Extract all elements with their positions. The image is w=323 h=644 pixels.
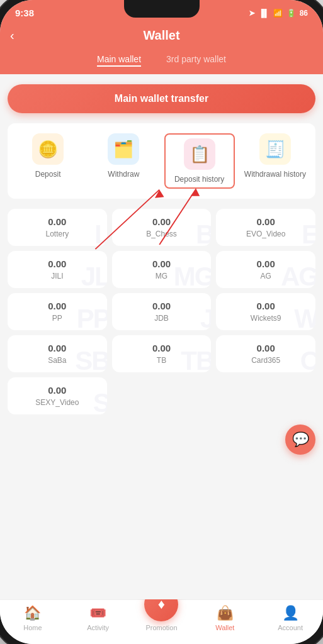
nav-promotion[interactable]: ♦ Promotion [144,605,178,631]
chat-button[interactable]: 💬 [285,425,315,455]
wallet-card-mg[interactable]: MG 0.00 MG [112,251,212,288]
card365-label: Card365 [251,356,280,365]
sexy-video-label: SEXY_Video [35,398,79,407]
promotion-label: Promotion [145,624,177,631]
jili-label: JILI [51,272,63,280]
evo-video-amount: 0.00 [257,216,275,227]
mg-amount: 0.00 [152,258,171,269]
ag-label: AG [260,272,271,280]
wallet-card-jdb[interactable]: J 0.00 JDB [112,293,212,330]
ag-amount: 0.00 [257,258,275,269]
home-icon: 🏠 [24,605,41,621]
header: ‹ Wallet [0,22,323,52]
phone-frame: 9:38 ➤ ▐▌ 📶 🔋 86 ‹ Wallet Main wallet 3r… [0,0,323,644]
withdrawal-history-icon: 🧾 [259,133,291,165]
wickets9-amount: 0.00 [257,301,275,311]
wallet-card-jili[interactable]: JL 0.00 JILI [8,251,107,288]
wallet-card-evo-video[interactable]: E 0.00 EVO_Video [216,209,315,246]
wickets9-label: Wickets9 [251,314,281,323]
chess-label: B_Chess [146,230,177,238]
jili-amount: 0.00 [48,258,66,269]
tb-label: TB [157,356,166,365]
deposit-action[interactable]: 🪙 Deposit [13,133,83,189]
page-title: Wallet [143,28,179,43]
wifi-icon: 📶 [273,9,283,18]
pp-label: PP [52,314,62,323]
wallet-card-pp[interactable]: PP 0.00 PP [8,293,107,330]
action-grid: 🪙 Deposit 🗂️ Withdraw 📋 Deposit history … [8,123,315,199]
sexy-video-amount: 0.00 [48,385,66,396]
withdraw-action[interactable]: 🗂️ Withdraw [88,133,159,189]
evo-video-label: EVO_Video [246,230,286,238]
nav-wallet[interactable]: 👜 Wallet [206,605,244,631]
jdb-amount: 0.00 [152,301,171,311]
wallet-card-sexy-video[interactable]: S 0.00 SEXY_Video [8,377,107,414]
deposit-history-label: Deposit history [174,175,224,184]
nav-account[interactable]: 👤 Account [271,605,309,631]
deposit-history-action[interactable]: 📋 Deposit history [164,133,235,189]
bottom-nav: 🏠 Home 🎟️ Activity ♦ Promotion 👜 Wallet … [0,599,323,644]
wallet-card-wickets9[interactable]: W 0.00 Wickets9 [216,293,315,330]
nav-activity[interactable]: 🎟️ Activity [79,605,117,631]
wallet-card-lottery[interactable]: L 0.00 Lottery [8,209,107,246]
lottery-label: Lottery [45,230,69,238]
withdraw-label: Withdraw [108,170,139,179]
tb-amount: 0.00 [152,343,171,353]
wallet-card-ag[interactable]: AG 0.00 AG [216,251,315,288]
deposit-icon: 🪙 [32,133,64,165]
saba-amount: 0.00 [48,343,66,353]
activity-label: Activity [87,624,109,631]
notch [124,0,200,18]
battery-level: 86 [300,9,308,18]
wallet-card-saba[interactable]: SB 0.00 SaBa [8,335,107,372]
battery-icon: 🔋 [286,9,296,18]
status-time: 9:38 [15,8,34,18]
pp-amount: 0.00 [48,301,66,311]
wallet-label: Wallet [215,624,234,631]
status-icons: ➤ ▐▌ 📶 🔋 86 [249,9,308,18]
tab-third-party-wallet[interactable]: 3rd party wallet [166,54,226,67]
chess-amount: 0.00 [152,216,171,227]
saba-label: SaBa [48,356,66,365]
wallet-card-chess[interactable]: B 0.00 B_Chess [112,209,212,246]
main-content: Main wallet transfer 🪙 Deposit 🗂️ Withdr… [0,74,323,599]
account-icon: 👤 [282,605,299,621]
withdrawal-history-label: Withdrawal history [244,170,306,179]
jdb-label: JDB [154,314,169,323]
card365-amount: 0.00 [257,343,275,353]
signal-icon: ▐▌ [259,9,269,18]
wallet-icon: 👜 [217,605,234,621]
wallet-tabs: Main wallet 3rd party wallet [0,52,323,74]
deposit-history-icon: 📋 [184,138,215,170]
withdraw-icon: 🗂️ [108,133,139,165]
mg-label: MG [156,272,167,280]
wallet-card-tb[interactable]: TB 0.00 TB [112,335,212,372]
wallet-card-card365[interactable]: C 0.00 Card365 [216,335,315,372]
lottery-amount: 0.00 [48,216,66,227]
home-label: Home [23,624,42,631]
deposit-label: Deposit [35,170,61,179]
wallet-grid: L 0.00 Lottery B 0.00 B_Chess E 0.00 EVO… [8,209,315,414]
tab-main-wallet[interactable]: Main wallet [97,54,141,67]
account-label: Account [278,624,303,631]
back-button[interactable]: ‹ [10,28,14,43]
transfer-button[interactable]: Main wallet transfer [8,84,315,113]
activity-icon: 🎟️ [89,605,106,621]
navigation-icon: ➤ [249,9,255,18]
nav-home[interactable]: 🏠 Home [14,605,52,631]
withdrawal-history-action[interactable]: 🧾 Withdrawal history [240,133,310,189]
